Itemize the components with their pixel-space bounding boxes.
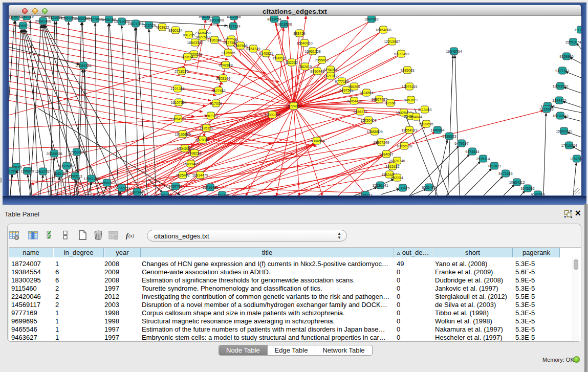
svg-text:9146821: 9146821 — [259, 52, 273, 55]
svg-text:17957225: 17957225 — [83, 177, 99, 181]
svg-text:9777169: 9777169 — [335, 80, 349, 83]
svg-text:832203: 832203 — [286, 61, 297, 64]
svg-text:15720407: 15720407 — [360, 119, 376, 122]
svg-text:19166825: 19166825 — [175, 133, 190, 136]
svg-text:10654112: 10654112 — [509, 181, 525, 184]
svg-text:1733426: 1733426 — [396, 186, 409, 190]
svg-text:1290513: 1290513 — [68, 174, 82, 178]
svg-text:9245653: 9245653 — [531, 193, 545, 196]
svg-text:2803144: 2803144 — [216, 77, 230, 80]
svg-text:7986372: 7986372 — [353, 110, 367, 114]
svg-text:1615152: 1615152 — [385, 165, 399, 168]
svg-text:6794024: 6794024 — [323, 68, 337, 72]
svg-text:9474444: 9474444 — [465, 150, 479, 154]
svg-text:18807249: 18807249 — [373, 141, 389, 144]
svg-text:19958107: 19958107 — [99, 181, 115, 185]
svg-text:8186328: 8186328 — [207, 38, 221, 42]
svg-text:3624554: 3624554 — [359, 91, 373, 95]
svg-text:16671355: 16671355 — [127, 22, 143, 26]
svg-text:1292344: 1292344 — [158, 193, 171, 196]
svg-text:15716485: 15716485 — [202, 186, 218, 189]
svg-text:1221336: 1221336 — [170, 87, 184, 91]
svg-text:20053346: 20053346 — [75, 64, 91, 68]
svg-text:1905571: 1905571 — [16, 24, 30, 28]
svg-text:1167533: 1167533 — [570, 157, 581, 161]
svg-text:19384554: 19384554 — [309, 139, 324, 143]
svg-text:10975887: 10975887 — [58, 164, 74, 168]
svg-text:8960124: 8960124 — [168, 29, 182, 32]
svg-text:20120746: 20120746 — [389, 159, 405, 163]
svg-text:16033809: 16033809 — [208, 18, 224, 22]
svg-text:1588520: 1588520 — [272, 56, 286, 60]
svg-text:10688609: 10688609 — [366, 130, 382, 134]
svg-text:7663822: 7663822 — [155, 26, 169, 29]
svg-text:1112704: 1112704 — [574, 28, 581, 32]
svg-text:1362615: 1362615 — [298, 65, 312, 69]
svg-text:1527602: 1527602 — [88, 17, 102, 21]
svg-text:833419: 833419 — [293, 32, 305, 35]
svg-text:(x): (x) — [128, 233, 135, 239]
svg-text:12093572: 12093572 — [552, 84, 568, 88]
svg-text:891295: 891295 — [183, 33, 194, 37]
svg-text:8312646: 8312646 — [227, 16, 241, 18]
svg-text:252254: 252254 — [391, 176, 403, 180]
svg-text:16782759: 16782759 — [114, 186, 129, 190]
svg-text:18300295: 18300295 — [264, 113, 280, 117]
svg-text:2718176: 2718176 — [175, 70, 188, 73]
svg-text:20691406: 20691406 — [35, 19, 51, 23]
svg-text:12942757: 12942757 — [35, 170, 51, 173]
svg-text:954844: 954844 — [410, 115, 422, 119]
svg-text:15099489: 15099489 — [183, 162, 199, 166]
svg-text:12213987: 12213987 — [384, 40, 400, 43]
svg-text:12975115: 12975115 — [402, 85, 418, 89]
svg-text:18724007: 18724007 — [286, 104, 301, 108]
svg-text:17359924: 17359924 — [69, 150, 84, 154]
svg-text:8813054: 8813054 — [267, 17, 281, 21]
svg-text:7955812: 7955812 — [315, 58, 329, 62]
svg-text:17016504: 17016504 — [561, 144, 577, 147]
svg-text:7632621: 7632621 — [487, 164, 501, 168]
svg-text:6479197: 6479197 — [454, 142, 468, 145]
svg-text:16154808: 16154808 — [375, 28, 391, 32]
svg-text:2935114: 2935114 — [476, 157, 490, 161]
svg-text:62160: 62160 — [385, 101, 396, 105]
svg-text:3113403: 3113403 — [418, 108, 432, 112]
svg-text:16210643: 16210643 — [552, 114, 568, 118]
svg-text:10756928: 10756928 — [396, 144, 412, 148]
svg-text:391594: 391594 — [9, 169, 18, 173]
svg-text:989614: 989614 — [181, 55, 193, 59]
svg-text:9457771: 9457771 — [168, 185, 182, 188]
svg-text:9748273: 9748273 — [358, 193, 372, 196]
svg-text:2087682: 2087682 — [364, 17, 378, 21]
svg-text:9227342: 9227342 — [555, 69, 569, 73]
svg-text:9242848: 9242848 — [219, 63, 232, 67]
svg-text:7485063: 7485063 — [400, 69, 414, 72]
svg-text:8990448: 8990448 — [310, 70, 324, 73]
svg-text:19654923: 19654923 — [401, 128, 417, 132]
svg-text:20364436: 20364436 — [346, 99, 362, 103]
svg-text:4498222: 4498222 — [187, 151, 201, 155]
svg-text:10653287: 10653287 — [74, 17, 90, 20]
svg-text:9245652: 9245652 — [520, 187, 534, 190]
svg-text:19654905: 19654905 — [170, 117, 186, 121]
svg-text:2284019: 2284019 — [19, 16, 33, 18]
svg-text:9084067: 9084067 — [379, 152, 393, 156]
svg-text:16640910: 16640910 — [296, 41, 312, 45]
svg-text:1244415: 1244415 — [552, 99, 566, 102]
svg-text:15692971: 15692971 — [556, 129, 572, 133]
svg-text:8454749: 8454749 — [246, 47, 260, 51]
svg-text:1156829: 1156829 — [20, 169, 34, 173]
svg-text:16107554: 16107554 — [170, 101, 186, 104]
svg-text:19218506: 19218506 — [276, 23, 292, 26]
svg-text:9463627: 9463627 — [404, 98, 418, 102]
svg-text:1292345: 1292345 — [215, 193, 229, 196]
svg-text:7625402: 7625402 — [176, 173, 189, 177]
svg-text:917006: 917006 — [210, 102, 222, 105]
svg-text:3375685: 3375685 — [221, 51, 235, 55]
svg-text:8878332: 8878332 — [195, 138, 209, 142]
svg-text:8427552: 8427552 — [211, 89, 225, 93]
svg-text:3267110: 3267110 — [204, 114, 218, 118]
svg-text:1621072: 1621072 — [323, 74, 337, 78]
svg-text:7357224: 7357224 — [226, 25, 240, 28]
svg-text:10807487: 10807487 — [371, 98, 387, 101]
